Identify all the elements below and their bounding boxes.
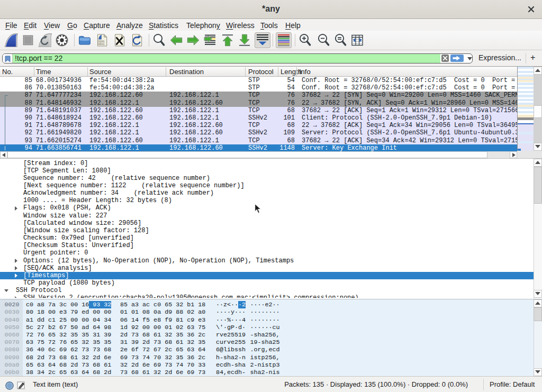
svg-text:0011: 0011 bbox=[98, 43, 105, 46]
